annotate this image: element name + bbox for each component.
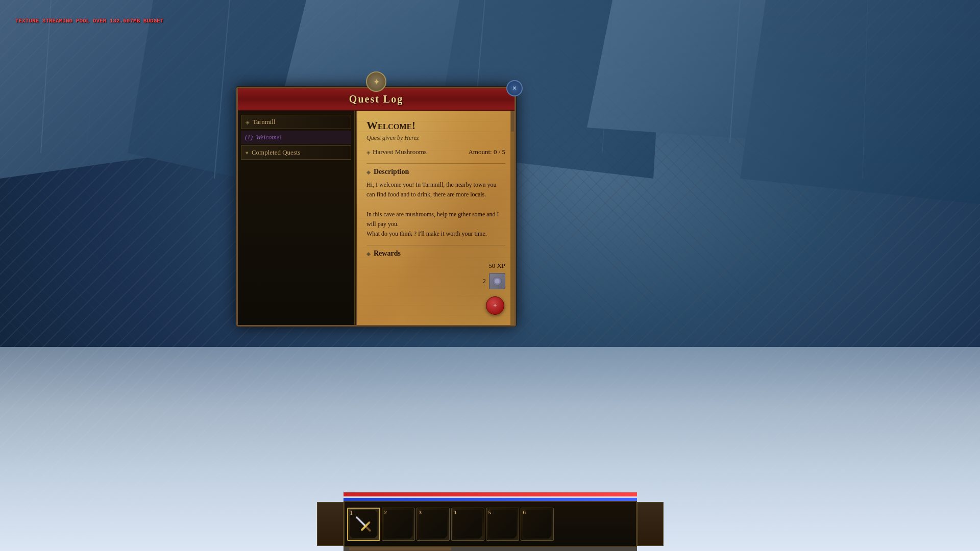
bottom-scrollbar[interactable]: [344, 547, 637, 551]
divider-1: [366, 163, 505, 164]
hotbar-slot-1[interactable]: 1: [347, 508, 380, 541]
hotbar: 1: [344, 501, 637, 547]
slot-number-5: 5: [488, 509, 492, 515]
hotbar-slot-3[interactable]: 3: [416, 508, 450, 541]
reward-item-row: 2: [366, 273, 505, 289]
quest-category-tarnmill[interactable]: ◈ Tarnmill: [241, 115, 351, 129]
slot-bg-2: [384, 510, 413, 539]
amount-label: Amount:: [468, 148, 492, 156]
hotbar-slot-4[interactable]: 4: [451, 508, 484, 541]
resource-bars: [344, 492, 637, 501]
svg-marker-5: [740, 0, 980, 204]
quest-list-panel: ◈ Tarnmill (1) Welcome! ♥ Completed Ques…: [238, 111, 355, 325]
quest-label: Welcome!: [256, 133, 282, 141]
slot-number-2: 2: [384, 509, 387, 515]
completed-quests-category[interactable]: ♥ Completed Quests: [241, 145, 351, 160]
rewards-icon: ◈: [366, 251, 371, 257]
description-header: ◈ Description: [366, 168, 505, 176]
bottom-scrollbar-thumb[interactable]: [349, 547, 451, 550]
slot-number-1: 1: [350, 510, 353, 516]
quest-objective-amount: Amount: 0 / 5: [468, 148, 505, 156]
hotbar-container: 1: [0, 492, 980, 551]
reward-xp: 50 XP: [366, 262, 505, 270]
slot-bg-6: [523, 510, 552, 539]
slot-number-3: 3: [419, 509, 422, 515]
quest-giver: Quest given by Herez: [366, 134, 505, 142]
quest-window: ✦ Quest Log ✕ ◈ Tarnmill (1) Wel: [236, 87, 516, 327]
quest-item-welcome[interactable]: (1) Welcome!: [241, 131, 351, 144]
window-frame: Quest Log ✕ ◈ Tarnmill (1) Welcome!: [236, 87, 516, 327]
rewards-header: ◈ Rewards: [366, 249, 505, 258]
wax-seal-icon: ✦: [493, 302, 498, 310]
window-ornament-top: ✦: [361, 71, 391, 92]
scrollbar-thumb[interactable]: [511, 111, 514, 132]
hotbar-slot-5[interactable]: 5: [486, 508, 519, 541]
category-label: Tarnmill: [253, 118, 276, 126]
hotbar-slot-2[interactable]: 2: [382, 508, 415, 541]
amount-value: 0 / 5: [494, 148, 505, 156]
quest-detail-title: Welcome!: [366, 119, 505, 132]
window-content: ◈ Tarnmill (1) Welcome! ♥ Completed Ques…: [238, 111, 514, 325]
reward-item-count: 2: [483, 277, 486, 285]
quest-objective-row: ◈ Harvest Mushrooms Amount: 0 / 5: [366, 148, 505, 156]
slot-bg-4: [453, 510, 482, 539]
rewards-section: ◈ Rewards 50 XP 2: [366, 249, 505, 289]
category-icon: ◈: [246, 119, 250, 125]
svg-rect-18: [365, 526, 371, 532]
quest-detail-panel: Welcome! Quest given by Herez ◈ Harvest …: [357, 111, 514, 325]
close-icon: ✕: [512, 85, 517, 92]
svg-point-15: [495, 279, 500, 284]
window-title: Quest Log: [349, 93, 403, 105]
close-button[interactable]: ✕: [506, 80, 523, 96]
reward-item-icon: [489, 273, 505, 289]
quest-number: (1): [245, 133, 253, 141]
objective-text: Harvest Mushrooms: [373, 148, 427, 156]
divider-2: [366, 245, 505, 245]
quest-objective-label: ◈ Harvest Mushrooms: [366, 148, 427, 156]
completed-label: Completed Quests: [252, 148, 301, 157]
completed-icon: ♥: [246, 150, 249, 156]
description-title: Description: [374, 168, 409, 176]
scrollbar-track[interactable]: [510, 111, 514, 325]
rewards-title: Rewards: [374, 249, 401, 258]
slot-bg-5: [488, 510, 517, 539]
description-icon: ◈: [366, 169, 371, 175]
slot-number-4: 4: [454, 509, 457, 515]
debug-text: TEXTURE STREAMING POOL OVER 132.607MB BU…: [15, 18, 163, 24]
hotbar-slot-6[interactable]: 6: [521, 508, 554, 541]
health-bar: [344, 492, 637, 496]
description-text: Hi, I welcome you! In Tarnmill, the near…: [366, 180, 505, 239]
objective-icon: ◈: [366, 149, 371, 155]
slot-bg-3: [419, 510, 448, 539]
ornament-circle: ✦: [366, 71, 386, 92]
slot-number-6: 6: [523, 509, 526, 515]
wax-seal: ✦: [486, 296, 504, 315]
